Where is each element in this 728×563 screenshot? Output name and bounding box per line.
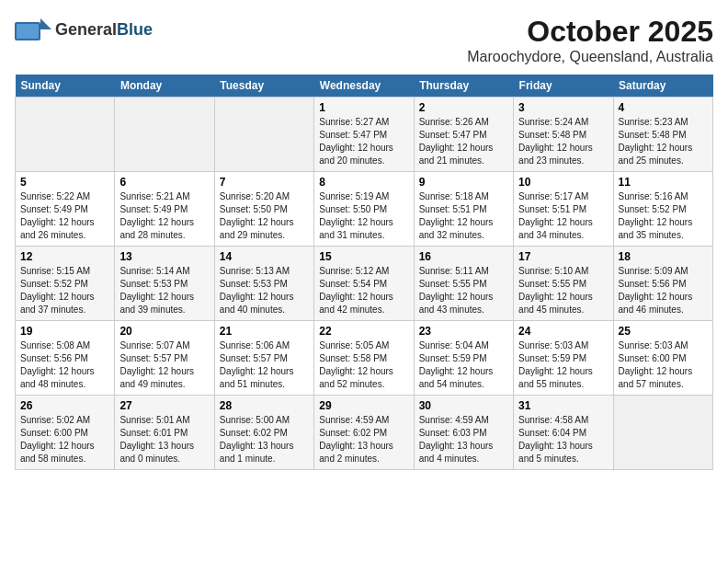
day-info: Sunrise: 5:00 AM Sunset: 6:02 PM Dayligh… xyxy=(220,414,309,465)
calendar-week-row: 19Sunrise: 5:08 AM Sunset: 5:56 PM Dayli… xyxy=(16,321,713,396)
day-info: Sunrise: 4:58 AM Sunset: 6:04 PM Dayligh… xyxy=(518,414,608,465)
calendar-week-row: 12Sunrise: 5:15 AM Sunset: 5:52 PM Dayli… xyxy=(16,247,713,321)
calendar-cell: 6Sunrise: 5:21 AM Sunset: 5:49 PM Daylig… xyxy=(115,172,214,247)
day-info: Sunrise: 5:08 AM Sunset: 5:56 PM Dayligh… xyxy=(20,339,109,391)
weekday-header: Tuesday xyxy=(214,75,313,98)
calendar-cell: 16Sunrise: 5:11 AM Sunset: 5:55 PM Dayli… xyxy=(414,247,513,321)
day-number: 11 xyxy=(619,176,708,189)
weekday-header: Monday xyxy=(115,75,214,98)
calendar-cell: 29Sunrise: 4:59 AM Sunset: 6:02 PM Dayli… xyxy=(314,396,414,470)
day-number: 24 xyxy=(518,325,608,338)
calendar-cell: 30Sunrise: 4:59 AM Sunset: 6:03 PM Dayli… xyxy=(414,396,513,470)
day-info: Sunrise: 5:26 AM Sunset: 5:47 PM Dayligh… xyxy=(419,116,508,167)
day-info: Sunrise: 5:17 AM Sunset: 5:51 PM Dayligh… xyxy=(518,190,608,242)
day-info: Sunrise: 5:16 AM Sunset: 5:52 PM Dayligh… xyxy=(619,190,708,242)
calendar-cell: 22Sunrise: 5:05 AM Sunset: 5:58 PM Dayli… xyxy=(314,321,414,396)
title-block: October 2025 Maroochydore, Queensland, A… xyxy=(467,15,713,65)
day-number: 25 xyxy=(619,325,708,338)
calendar-cell: 26Sunrise: 5:02 AM Sunset: 6:00 PM Dayli… xyxy=(16,396,115,470)
calendar-cell xyxy=(16,98,115,172)
calendar-cell: 9Sunrise: 5:18 AM Sunset: 5:51 PM Daylig… xyxy=(414,172,513,247)
day-info: Sunrise: 5:06 AM Sunset: 5:57 PM Dayligh… xyxy=(220,339,309,391)
day-number: 16 xyxy=(419,250,508,263)
calendar-cell: 14Sunrise: 5:13 AM Sunset: 5:53 PM Dayli… xyxy=(214,247,313,321)
day-number: 31 xyxy=(518,399,608,412)
day-info: Sunrise: 5:22 AM Sunset: 5:49 PM Dayligh… xyxy=(20,190,109,242)
day-number: 1 xyxy=(319,101,408,114)
day-number: 17 xyxy=(518,250,608,263)
calendar-cell: 24Sunrise: 5:03 AM Sunset: 5:59 PM Dayli… xyxy=(514,321,613,396)
calendar-cell: 19Sunrise: 5:08 AM Sunset: 5:56 PM Dayli… xyxy=(16,321,115,396)
day-number: 23 xyxy=(419,325,508,338)
day-info: Sunrise: 4:59 AM Sunset: 6:02 PM Dayligh… xyxy=(319,414,408,465)
calendar-cell: 5Sunrise: 5:22 AM Sunset: 5:49 PM Daylig… xyxy=(16,172,115,247)
day-number: 9 xyxy=(419,176,508,189)
day-info: Sunrise: 5:10 AM Sunset: 5:55 PM Dayligh… xyxy=(518,265,608,316)
day-number: 2 xyxy=(419,101,508,114)
calendar-cell xyxy=(613,396,712,470)
weekday-header: Sunday xyxy=(16,75,115,98)
day-info: Sunrise: 5:04 AM Sunset: 5:59 PM Dayligh… xyxy=(419,339,508,391)
calendar-cell: 7Sunrise: 5:20 AM Sunset: 5:50 PM Daylig… xyxy=(214,172,313,247)
calendar-cell: 28Sunrise: 5:00 AM Sunset: 6:02 PM Dayli… xyxy=(214,396,313,470)
calendar-cell: 25Sunrise: 5:03 AM Sunset: 6:00 PM Dayli… xyxy=(613,321,712,396)
day-number: 14 xyxy=(220,250,309,263)
calendar-cell: 23Sunrise: 5:04 AM Sunset: 5:59 PM Dayli… xyxy=(414,321,513,396)
day-info: Sunrise: 5:19 AM Sunset: 5:50 PM Dayligh… xyxy=(319,190,408,242)
day-info: Sunrise: 5:27 AM Sunset: 5:47 PM Dayligh… xyxy=(319,116,408,167)
day-number: 19 xyxy=(20,325,109,338)
svg-rect-2 xyxy=(17,24,39,39)
calendar-week-row: 26Sunrise: 5:02 AM Sunset: 6:00 PM Dayli… xyxy=(16,396,713,470)
day-number: 30 xyxy=(419,399,508,412)
day-info: Sunrise: 4:59 AM Sunset: 6:03 PM Dayligh… xyxy=(419,414,508,465)
day-number: 22 xyxy=(319,325,408,338)
calendar-cell: 15Sunrise: 5:12 AM Sunset: 5:54 PM Dayli… xyxy=(314,247,414,321)
day-number: 29 xyxy=(319,399,408,412)
day-number: 15 xyxy=(319,250,408,263)
calendar-cell: 21Sunrise: 5:06 AM Sunset: 5:57 PM Dayli… xyxy=(214,321,313,396)
logo-blue: Blue xyxy=(117,20,153,40)
calendar-week-row: 1Sunrise: 5:27 AM Sunset: 5:47 PM Daylig… xyxy=(16,98,713,172)
day-number: 3 xyxy=(518,101,608,114)
day-number: 21 xyxy=(220,325,309,338)
weekday-header: Friday xyxy=(514,75,613,98)
calendar-cell: 3Sunrise: 5:24 AM Sunset: 5:48 PM Daylig… xyxy=(514,98,613,172)
day-number: 20 xyxy=(119,325,209,338)
calendar-cell xyxy=(214,98,313,172)
day-info: Sunrise: 5:23 AM Sunset: 5:48 PM Dayligh… xyxy=(619,116,708,167)
day-number: 4 xyxy=(619,101,708,114)
weekday-header-row: SundayMondayTuesdayWednesdayThursdayFrid… xyxy=(16,75,713,98)
location-title: Maroochydore, Queensland, Australia xyxy=(467,49,713,65)
day-info: Sunrise: 5:20 AM Sunset: 5:50 PM Dayligh… xyxy=(220,190,309,242)
day-number: 26 xyxy=(20,399,109,412)
calendar-cell: 10Sunrise: 5:17 AM Sunset: 5:51 PM Dayli… xyxy=(514,172,613,247)
calendar-week-row: 5Sunrise: 5:22 AM Sunset: 5:49 PM Daylig… xyxy=(16,172,713,247)
day-number: 7 xyxy=(220,176,309,189)
day-info: Sunrise: 5:09 AM Sunset: 5:56 PM Dayligh… xyxy=(619,265,708,316)
day-info: Sunrise: 5:03 AM Sunset: 6:00 PM Dayligh… xyxy=(619,339,708,391)
day-number: 8 xyxy=(319,176,408,189)
weekday-header: Saturday xyxy=(613,75,712,98)
day-info: Sunrise: 5:01 AM Sunset: 6:01 PM Dayligh… xyxy=(119,414,209,465)
svg-marker-1 xyxy=(40,18,51,29)
day-info: Sunrise: 5:21 AM Sunset: 5:49 PM Dayligh… xyxy=(119,190,209,242)
calendar-cell: 11Sunrise: 5:16 AM Sunset: 5:52 PM Dayli… xyxy=(613,172,712,247)
day-number: 28 xyxy=(220,399,309,412)
calendar-cell: 1Sunrise: 5:27 AM Sunset: 5:47 PM Daylig… xyxy=(314,98,414,172)
calendar-cell: 8Sunrise: 5:19 AM Sunset: 5:50 PM Daylig… xyxy=(314,172,414,247)
weekday-header: Wednesday xyxy=(314,75,414,98)
day-info: Sunrise: 5:12 AM Sunset: 5:54 PM Dayligh… xyxy=(319,265,408,316)
calendar-table: SundayMondayTuesdayWednesdayThursdayFrid… xyxy=(15,75,713,470)
day-number: 18 xyxy=(619,250,708,263)
day-info: Sunrise: 5:11 AM Sunset: 5:55 PM Dayligh… xyxy=(419,265,508,316)
day-info: Sunrise: 5:07 AM Sunset: 5:57 PM Dayligh… xyxy=(119,339,209,391)
day-info: Sunrise: 5:18 AM Sunset: 5:51 PM Dayligh… xyxy=(419,190,508,242)
day-info: Sunrise: 5:13 AM Sunset: 5:53 PM Dayligh… xyxy=(220,265,309,316)
page-header: General Blue October 2025 Maroochydore, … xyxy=(15,15,713,65)
calendar-cell: 27Sunrise: 5:01 AM Sunset: 6:01 PM Dayli… xyxy=(115,396,214,470)
calendar-cell: 2Sunrise: 5:26 AM Sunset: 5:47 PM Daylig… xyxy=(414,98,513,172)
day-number: 5 xyxy=(20,176,109,189)
day-info: Sunrise: 5:02 AM Sunset: 6:00 PM Dayligh… xyxy=(20,414,109,465)
day-info: Sunrise: 5:03 AM Sunset: 5:59 PM Dayligh… xyxy=(518,339,608,391)
day-info: Sunrise: 5:15 AM Sunset: 5:52 PM Dayligh… xyxy=(20,265,109,316)
